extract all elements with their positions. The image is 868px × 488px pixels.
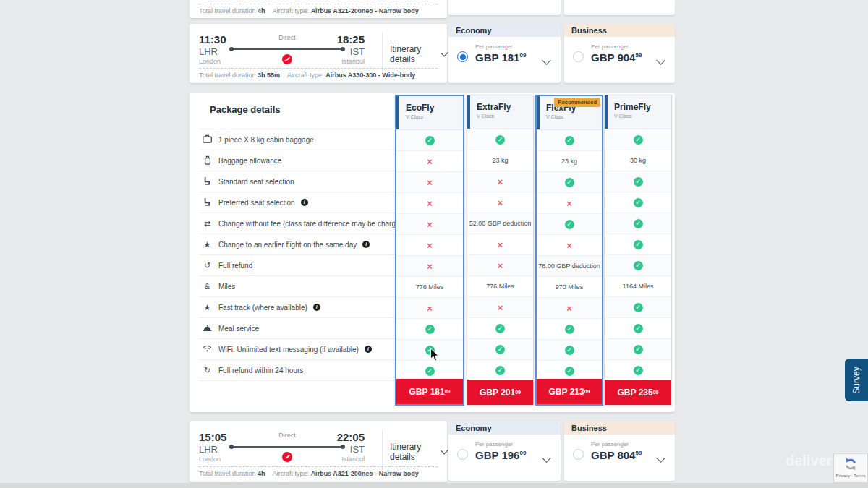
divider — [199, 4, 438, 4]
aircraft-value: Airbus A321-200neo - Narrow body — [311, 7, 419, 14]
flight-card: 15:05 LHR London Direct 22:05 IST Istanb… — [190, 421, 447, 482]
info-icon[interactable]: i — [362, 241, 370, 248]
package-cell: × — [467, 171, 533, 192]
itinerary-details-toggle[interactable]: Itinerary details — [390, 442, 447, 462]
business-fare-box: Business Per passenger GBP 90459 — [564, 24, 675, 83]
package-header-ecofly[interactable]: EcoFly V Class — [396, 96, 463, 130]
feature-label: Change to an earlier flight on the same … — [218, 241, 357, 249]
package-cell: 78.00 GBP deduction — [537, 256, 602, 277]
cross-icon: × — [566, 199, 572, 208]
package-cells: ✓××××××776 Miles×✓✓✓ — [396, 130, 463, 382]
package-name: PrimeFly — [614, 102, 671, 112]
departure-info: 11:30 LHR London — [199, 33, 226, 65]
bottom-strip — [0, 483, 868, 488]
select-ecofly-button[interactable]: GBP 18109 — [396, 379, 463, 404]
refund-icon: ↺ — [202, 262, 213, 270]
flight-duration-line: Total travel duration 4h Aircraft type: … — [199, 7, 425, 14]
package-cell: ✓ — [605, 339, 671, 360]
cross-icon: × — [427, 199, 433, 208]
departure-time: 11:30 — [199, 33, 226, 46]
cross-icon: × — [498, 198, 503, 207]
package-header-primefly[interactable]: PrimeFly V Class — [605, 95, 671, 129]
check-icon: ✓ — [495, 324, 505, 333]
feature-row: Baggage allowance — [199, 150, 399, 171]
column-accent-stripe — [537, 96, 540, 129]
recaptcha-badge[interactable]: Privacy - Terms — [833, 453, 868, 483]
aircraft-label: Aircraft type: — [273, 7, 310, 14]
business-radio[interactable] — [573, 51, 584, 62]
info-icon[interactable]: i — [301, 199, 308, 206]
feature-label: Change without fee (class fare differenc… — [218, 220, 406, 228]
survey-tab[interactable]: Survey — [845, 359, 868, 401]
feature-label: Meal service — [218, 325, 259, 333]
cross-icon: × — [427, 241, 433, 250]
package-class: V Class — [546, 114, 602, 119]
package-cell: × — [467, 297, 533, 318]
chevron-down-icon — [441, 49, 448, 56]
feature-row: 1 piece X 8 kg cabin baggage — [199, 129, 399, 150]
package-cell: × — [537, 193, 602, 214]
package-cell: 52.00 GBP deduction — [467, 213, 533, 234]
departure-time: 15:05 — [199, 431, 226, 443]
itinerary-details-toggle[interactable]: Itinerary details — [390, 44, 447, 64]
package-header-flexfly[interactable]: FlexFly V Class Recommended — [537, 96, 602, 130]
economy-header: Economy — [448, 24, 561, 37]
economy-radio[interactable] — [457, 51, 468, 62]
select-primefly-button[interactable]: GBP 23509 — [605, 380, 671, 405]
feature-label: Fast track (where available) — [218, 304, 307, 312]
package-cell: × — [396, 256, 463, 277]
check-icon: ✓ — [425, 136, 435, 145]
arrival-time: 22:05 — [327, 431, 365, 443]
recaptcha-privacy-terms[interactable]: Privacy - Terms — [834, 474, 867, 478]
cross-icon: × — [498, 177, 503, 187]
business-fare-option[interactable]: Per passenger GBP 80459 — [564, 435, 675, 481]
arrival-city: Istanbul — [327, 455, 365, 463]
business-fare-box: Business Per passenger GBP 80459 — [564, 421, 675, 481]
info-icon[interactable]: i — [365, 346, 372, 353]
mouse-cursor — [430, 348, 440, 365]
package-cell: ✓ — [467, 129, 533, 150]
feature-row: Preferred seat selectioni — [199, 192, 399, 213]
feature-row: ★Fast track (where available)i — [199, 297, 399, 318]
package-cell: ✓ — [605, 297, 671, 318]
economy-fare-option[interactable]: Per passenger GBP 18109 — [448, 37, 561, 83]
check-icon: ✓ — [565, 346, 574, 355]
duration-value: 4h — [258, 7, 265, 14]
package-cell: ✓ — [537, 214, 602, 235]
package-cell: ✓ — [605, 255, 671, 276]
business-radio[interactable] — [573, 449, 584, 460]
select-flexfly-button[interactable]: GBP 21309 — [537, 379, 602, 404]
video-watermark: deliver — [786, 453, 832, 469]
cross-icon: × — [427, 304, 433, 313]
info-icon[interactable]: i — [313, 304, 320, 311]
check-icon: ✓ — [634, 261, 643, 270]
feature-label: Baggage allowance — [218, 157, 281, 165]
cross-icon: × — [427, 157, 433, 166]
cross-icon: × — [498, 261, 503, 270]
economy-fare-box: Economy Per passenger GBP 18109 — [448, 24, 561, 83]
package-column-flexfly: FlexFly V Class Recommended ✓23 kg✓×✓×78… — [535, 95, 603, 406]
package-cell: × — [396, 193, 463, 214]
aircraft-label: Aircraft type: — [287, 72, 324, 79]
fast-track-icon: ★ — [202, 304, 213, 312]
arrival-code: IST — [327, 46, 365, 57]
package-cell: × — [467, 255, 533, 276]
package-cell: 970 Miles — [537, 277, 602, 298]
arrival-info: 22:05 IST Istanbul — [327, 431, 365, 463]
economy-radio[interactable] — [457, 449, 468, 460]
package-cell: ✓ — [467, 360, 533, 381]
package-cell: × — [396, 214, 463, 235]
flight-duration-line: Total travel duration 4h Aircraft type: … — [199, 470, 425, 477]
divider — [199, 68, 438, 69]
economy-fare-option[interactable]: Per passenger GBP 19609 — [448, 435, 561, 481]
business-fare-option[interactable]: Per passenger GBP 90459 — [564, 37, 675, 83]
feature-label: Full refund — [218, 262, 252, 270]
feature-row: ★Change to an earlier flight on the same… — [199, 234, 399, 255]
per-passenger-label: Per passenger — [475, 43, 561, 50]
earlier-flight-icon: ★ — [202, 241, 213, 249]
select-extrafly-button[interactable]: GBP 20109 — [467, 380, 533, 405]
economy-fare-box: Economy Per passenger GBP 19609 — [448, 421, 561, 481]
duration-label: Total travel duration — [199, 72, 256, 79]
package-header-extrafly[interactable]: ExtraFly V Class — [467, 95, 533, 129]
feature-label: Miles — [218, 283, 235, 291]
